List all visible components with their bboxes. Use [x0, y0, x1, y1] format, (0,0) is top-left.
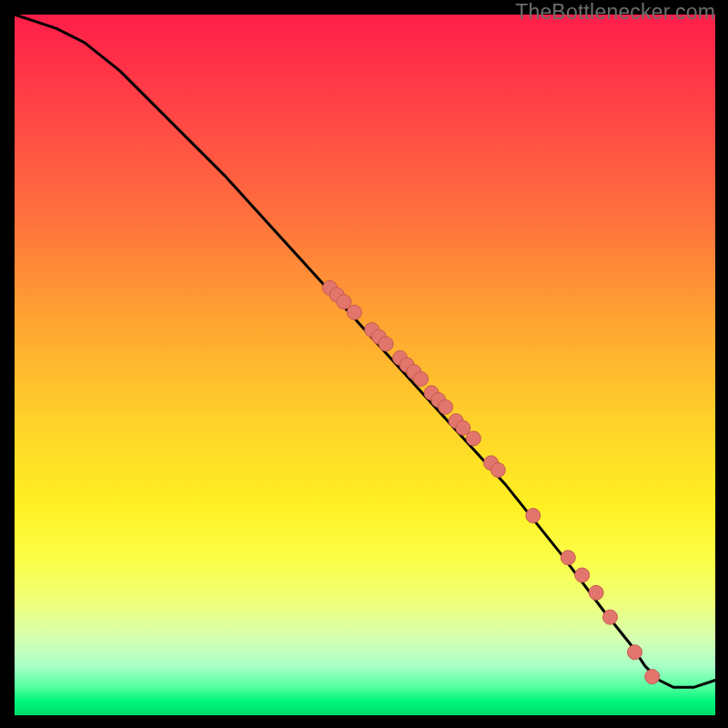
data-point [466, 431, 480, 446]
data-point [603, 610, 618, 624]
curve-line [15, 15, 715, 687]
curve-path [15, 15, 715, 687]
watermark-label: TheBottlenecker.com [515, 0, 715, 25]
data-point [589, 585, 603, 600]
chart-frame: TheBottlenecker.com [0, 0, 728, 728]
data-points [323, 280, 660, 683]
data-point [561, 551, 575, 565]
data-point [490, 463, 505, 478]
data-point [379, 337, 393, 351]
data-point [347, 305, 361, 319]
data-point [645, 670, 660, 684]
data-point [526, 509, 541, 523]
data-point [575, 568, 590, 582]
data-point [628, 645, 642, 660]
chart-overlay [0, 0, 728, 728]
data-point [439, 399, 453, 414]
data-point [414, 371, 429, 386]
